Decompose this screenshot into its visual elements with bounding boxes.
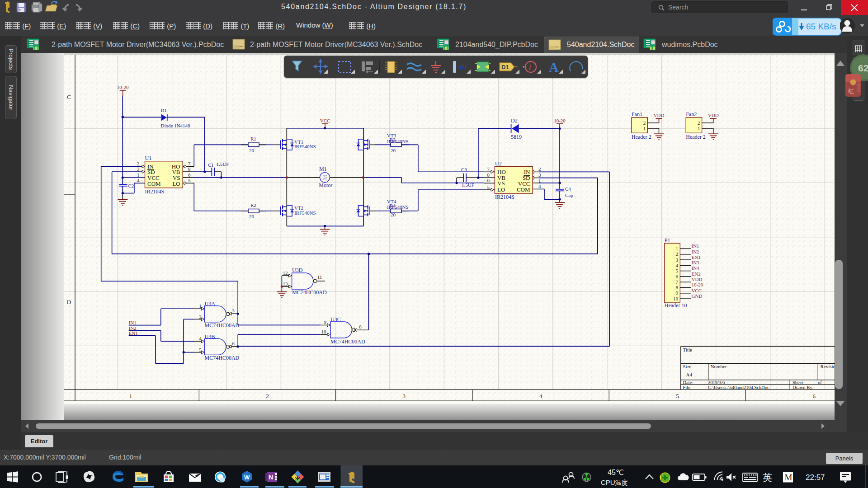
svg-text:6: 6: [188, 172, 191, 178]
svg-text:VCC: VCC: [692, 288, 702, 293]
svg-text:1.5UF: 1.5UF: [462, 182, 474, 188]
svg-text:U3B: U3B: [205, 333, 215, 340]
svg-text:5: 5: [676, 393, 679, 399]
svg-text:8: 8: [359, 324, 362, 329]
svg-text:3: 3: [538, 172, 541, 178]
svg-text:EN1: EN1: [692, 254, 701, 260]
svg-text:C4: C4: [565, 186, 571, 192]
svg-text:20: 20: [391, 212, 396, 217]
svg-text:2: 2: [266, 393, 269, 399]
svg-text:COM: COM: [147, 180, 161, 187]
svg-text:Motor: Motor: [319, 182, 332, 188]
svg-text:1: 1: [129, 393, 132, 399]
svg-text:10-20: 10-20: [692, 282, 703, 287]
svg-text:2019/3/6: 2019/3/6: [708, 380, 725, 385]
svg-text:VDD: VDD: [692, 277, 703, 282]
svg-text:Drawn By:: Drawn By:: [793, 385, 813, 390]
svg-text:4: 4: [539, 393, 542, 399]
svg-text:5819: 5819: [511, 134, 522, 140]
svg-text:10-20: 10-20: [554, 118, 566, 123]
svg-text:IRF540NS: IRF540NS: [387, 204, 409, 210]
svg-text:7: 7: [676, 279, 679, 285]
svg-text:22:57: 22:57: [806, 473, 825, 482]
svg-text:Size: Size: [683, 364, 692, 369]
svg-text:Header 2: Header 2: [632, 134, 651, 140]
svg-text:5: 5: [487, 184, 490, 190]
svg-text:IN1: IN1: [129, 320, 137, 325]
svg-text:MC74HC00AD: MC74HC00AD: [205, 355, 240, 361]
svg-text:12: 12: [283, 270, 288, 276]
svg-text:5: 5: [188, 178, 191, 183]
svg-text:6: 6: [676, 274, 679, 279]
svg-text:20: 20: [249, 148, 255, 153]
svg-text:D1: D1: [501, 64, 509, 70]
svg-text:CPU温度: CPU温度: [601, 479, 628, 486]
svg-text:IN2: IN2: [129, 325, 137, 331]
svg-text:Date:: Date:: [683, 380, 693, 385]
svg-text:1: 1: [538, 178, 541, 183]
svg-text:Fan1: Fan1: [632, 111, 642, 117]
svg-text:1: 1: [676, 246, 679, 251]
svg-text:IN2: IN2: [692, 249, 699, 254]
svg-text:LO: LO: [497, 186, 505, 193]
svg-text:Number: Number: [711, 364, 727, 369]
svg-text:Diode 1N4148: Diode 1N4148: [161, 123, 191, 128]
svg-text:Header 2: Header 2: [686, 134, 706, 140]
svg-text:Sheet: Sheet: [793, 380, 803, 385]
svg-text:2: 2: [538, 166, 541, 172]
svg-text:IR2104S: IR2104S: [145, 188, 165, 195]
svg-text:3: 3: [137, 166, 140, 172]
svg-text:4: 4: [538, 183, 541, 189]
svg-text:1: 1: [698, 126, 700, 131]
svg-text:U1: U1: [145, 155, 152, 161]
svg-text:MC74HC00AD: MC74HC00AD: [292, 289, 327, 296]
svg-text:MC74HC00AD: MC74HC00AD: [205, 322, 240, 328]
svg-text:11: 11: [317, 274, 322, 280]
svg-text:i: i: [529, 63, 531, 71]
svg-text:Revisio: Revisio: [821, 364, 835, 369]
svg-text:U3D: U3D: [292, 267, 303, 273]
svg-text:20: 20: [249, 214, 255, 219]
svg-text:Header 10: Header 10: [665, 302, 687, 309]
svg-text:2: 2: [676, 251, 679, 257]
svg-text:U3A: U3A: [205, 300, 216, 307]
svg-text:D2: D2: [511, 117, 518, 124]
svg-text:EN2: EN2: [692, 271, 701, 277]
svg-text:C3: C3: [461, 167, 467, 172]
svg-text:COM: COM: [517, 186, 530, 193]
svg-text:英: 英: [763, 472, 772, 483]
svg-text:1: 1: [643, 126, 646, 131]
svg-text:VDD: VDD: [654, 113, 665, 118]
svg-text:Cap: Cap: [565, 192, 573, 198]
svg-text:Title: Title: [683, 347, 693, 352]
svg-text:8: 8: [188, 166, 191, 172]
svg-text:3: 3: [232, 308, 235, 313]
svg-text:4: 4: [199, 336, 202, 341]
svg-text:IN1: IN1: [692, 243, 699, 249]
svg-text:5: 5: [676, 268, 679, 273]
svg-text:10: 10: [673, 296, 679, 301]
svg-text:红: 红: [848, 88, 854, 94]
svg-text:A: A: [549, 60, 559, 75]
svg-text:62: 62: [858, 63, 868, 73]
svg-text:1: 1: [199, 303, 202, 309]
svg-text:U2: U2: [495, 160, 502, 167]
svg-text:C2: C2: [128, 183, 134, 188]
svg-text:9: 9: [324, 319, 326, 325]
svg-text:M: M: [321, 174, 328, 180]
svg-text:D1: D1: [161, 108, 167, 113]
svg-text:LO: LO: [172, 180, 180, 187]
svg-text:1.5UF: 1.5UF: [217, 161, 229, 167]
svg-text:1: 1: [137, 172, 140, 178]
svg-text:8: 8: [487, 172, 490, 178]
svg-text:10-20: 10-20: [117, 84, 129, 90]
svg-text:VCC: VCC: [320, 118, 330, 123]
svg-text:6: 6: [487, 178, 490, 183]
svg-text:6: 6: [232, 341, 235, 346]
svg-text:R2: R2: [250, 202, 256, 208]
svg-text:C:\Users\..\540and2104.SchDoc: C:\Users\..\540and2104.SchDoc: [708, 385, 769, 390]
svg-text:EN1: EN1: [129, 330, 138, 336]
svg-text:IRF540NS: IRF540NS: [294, 144, 316, 149]
svg-text:M: M: [785, 473, 793, 482]
svg-text:W: W: [244, 474, 250, 481]
